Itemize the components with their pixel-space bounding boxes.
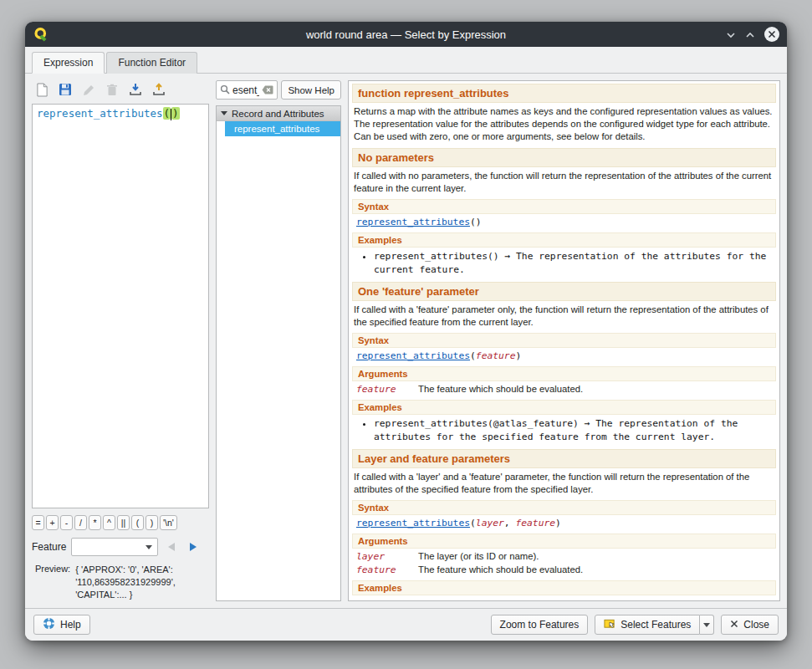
qgis-logo-icon: [33, 26, 49, 43]
operator-concat-button[interactable]: ||: [117, 515, 130, 530]
function-link[interactable]: represent_attributes: [356, 350, 470, 361]
argument-name: feature: [356, 564, 418, 575]
chevron-down-icon: [703, 623, 710, 627]
examples-heading: Examples: [352, 580, 776, 595]
next-feature-button[interactable]: [185, 539, 202, 555]
arguments-heading: Arguments: [352, 366, 776, 381]
syntax-paren: ): [515, 350, 521, 361]
function-list-column: Show Help Record and Attributes represen…: [216, 80, 341, 601]
chevron-down-icon: [146, 545, 152, 549]
operator-newline-button[interactable]: '\n': [160, 515, 177, 530]
param-layer: layer: [476, 518, 504, 529]
syntax-paren: (: [470, 350, 476, 361]
syntax-line: represent_attributes(feature): [356, 350, 772, 361]
expression-function-name: represent_attributes: [37, 107, 163, 120]
syntax-heading: Syntax: [352, 199, 776, 214]
close-button[interactable]: Close: [721, 615, 779, 635]
preview-value: { 'APPROX': '0', 'AREA': '110,8639582319…: [75, 564, 202, 601]
param-feature: feature: [476, 350, 516, 361]
argument-description: The layer (or its ID or name).: [418, 551, 772, 562]
section-body: If called with a 'feature' parameter onl…: [354, 304, 774, 329]
section-heading-no-parameters: No parameters: [352, 148, 776, 167]
operator-divide-button[interactable]: /: [74, 515, 87, 530]
feature-label: Feature: [32, 541, 66, 553]
close-icon: [730, 619, 738, 631]
previous-feature-button[interactable]: [163, 539, 180, 555]
section-body: If called with a 'layer' and a 'feature'…: [354, 471, 774, 496]
titlebar[interactable]: world round area — Select by Expression: [25, 22, 787, 47]
expression-open-paren: (: [163, 107, 171, 120]
close-button-label: Close: [743, 619, 769, 631]
argument-description: The feature which should be evaluated.: [418, 564, 772, 575]
arguments-heading: Arguments: [352, 534, 776, 549]
maximize-window-icon[interactable]: [745, 27, 755, 42]
function-link[interactable]: represent_attributes: [356, 217, 470, 227]
function-link[interactable]: represent_attributes: [356, 518, 470, 529]
shade-window-icon[interactable]: [726, 27, 736, 42]
operator-close-paren-button[interactable]: ): [146, 515, 158, 530]
edit-expression-button[interactable]: [80, 81, 97, 98]
export-expressions-button[interactable]: [151, 81, 167, 98]
section-heading-layer-feature: Layer and feature parameters: [352, 449, 776, 468]
save-expression-button[interactable]: [57, 81, 74, 98]
operator-equal-button[interactable]: =: [32, 515, 44, 530]
help-button[interactable]: Help: [33, 615, 90, 635]
expression-code-editor[interactable]: represent_attributes(): [32, 104, 209, 508]
expression-toolbar: [32, 80, 209, 104]
tree-item-represent-attributes[interactable]: represent_attributes: [225, 121, 340, 136]
syntax-separator: ,: [504, 518, 516, 529]
syntax-line: represent_attributes(layer, feature): [356, 518, 772, 529]
operator-multiply-button[interactable]: *: [89, 515, 101, 530]
tree-group-label: Record and Attributes: [232, 109, 324, 119]
example-item: represent_attributes(@atlas_feature) → T…: [374, 417, 776, 444]
examples-heading: Examples: [352, 232, 776, 248]
expander-icon: [221, 111, 227, 115]
argument-name: layer: [356, 551, 418, 562]
delete-expression-button[interactable]: [104, 81, 120, 98]
preview-label: Preview:: [35, 564, 70, 601]
operator-power-button[interactable]: ^: [103, 515, 115, 530]
select-features-dropdown-arrow[interactable]: [700, 615, 714, 635]
syntax-heading: Syntax: [352, 333, 776, 348]
close-window-icon[interactable]: [764, 27, 779, 42]
arguments-table: feature The feature which should be eval…: [356, 384, 772, 395]
expression-close-paren: ): [171, 107, 180, 120]
clear-search-icon[interactable]: [262, 83, 273, 98]
function-tree[interactable]: Record and Attributes represent_attribut…: [216, 105, 341, 601]
syntax-line: represent_attributes(): [356, 217, 772, 227]
help-icon: [43, 617, 55, 632]
select-features-button[interactable]: Select Features: [595, 615, 700, 635]
section-heading-one-feature: One 'feature' parameter: [352, 282, 776, 301]
syntax-paren: (: [470, 518, 476, 529]
tab-function-editor[interactable]: Function Editor: [106, 52, 197, 74]
new-expression-button[interactable]: [33, 81, 50, 98]
search-icon: [220, 83, 230, 98]
show-help-button[interactable]: Show Help: [281, 80, 341, 100]
help-title: function represent_attributes: [352, 84, 776, 103]
syntax-parens: (): [470, 217, 482, 227]
search-input[interactable]: [232, 84, 259, 96]
examples-heading: Examples: [352, 400, 776, 415]
operator-minus-button[interactable]: -: [60, 515, 73, 530]
tree-group-record-and-attributes[interactable]: Record and Attributes: [217, 106, 340, 121]
expression-tab-pane: represent_attributes() = + - / * ^ || ( …: [25, 74, 787, 608]
section-body: If called with no parameters, the functi…: [354, 170, 774, 195]
window-title: world round area — Select by Expression: [25, 28, 787, 41]
argument-description: The feature which should be evaluated.: [418, 384, 772, 395]
operator-plus-button[interactable]: +: [46, 515, 59, 530]
zoom-to-features-button[interactable]: Zoom to Features: [491, 615, 589, 635]
feature-combobox[interactable]: [71, 538, 158, 556]
function-help-panel[interactable]: function represent_attributes Returns a …: [348, 80, 780, 601]
syntax-heading: Syntax: [352, 500, 776, 515]
select-features-split-button: Select Features: [595, 615, 714, 635]
operator-open-paren-button[interactable]: (: [131, 515, 144, 530]
example-item: represent_attributes('atlas_layer', @atl…: [374, 598, 776, 601]
select-features-icon: [604, 618, 615, 632]
select-by-expression-dialog: world round area — Select by Expression …: [25, 22, 787, 641]
help-intro: Returns a map with the attribute names a…: [354, 105, 774, 143]
dialog-tabbar: Expression Function Editor: [25, 47, 787, 74]
tab-expression[interactable]: Expression: [32, 52, 105, 74]
import-expressions-button[interactable]: [127, 81, 144, 98]
function-search-box: [216, 80, 278, 100]
help-button-label: Help: [60, 619, 81, 631]
